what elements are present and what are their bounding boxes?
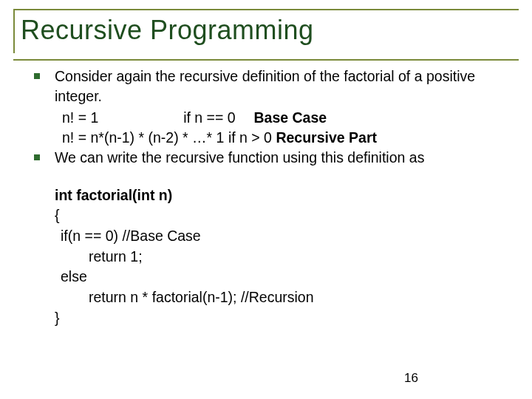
code-fragment: if n == 0 bbox=[183, 109, 235, 126]
code-line: else bbox=[55, 267, 511, 287]
square-bullet-icon bbox=[34, 154, 40, 160]
content-area: Consider again the recursive definition … bbox=[13, 61, 519, 328]
code-line: if(n == 0) //Base Case bbox=[55, 226, 511, 247]
code-block: int factorial(int n) { if(n == 0) //Base… bbox=[34, 185, 511, 329]
page-number: 16 bbox=[404, 371, 418, 386]
code-line: { bbox=[55, 205, 511, 226]
code-line: return n * factorial(n-1); //Recursion bbox=[55, 287, 511, 308]
bullet-item: Consider again the recursive definition … bbox=[34, 66, 511, 106]
code-fragment: n! = n*(n-1) * (n-2) * …* 1 if n > 0 bbox=[62, 129, 276, 146]
slide-title: Recursive Programming bbox=[21, 15, 519, 46]
code-fragment: n! = 1 bbox=[62, 109, 98, 126]
label-recursive-part: Recursive Part bbox=[276, 129, 377, 146]
bullet-item: We can write the recursive function usin… bbox=[34, 148, 511, 168]
title-block: Recursive Programming bbox=[13, 9, 519, 53]
square-bullet-icon bbox=[34, 73, 40, 79]
bullet-text: Consider again the recursive definition … bbox=[55, 66, 511, 106]
code-line: return 1; bbox=[55, 247, 511, 267]
label-base-case: Base Case bbox=[254, 109, 327, 126]
sub-line: n! = n*(n-1) * (n-2) * …* 1 if n > 0 Rec… bbox=[34, 128, 511, 148]
sub-line: n! = 1 if n == 0 Base Case bbox=[34, 108, 511, 128]
bullet-text: We can write the recursive function usin… bbox=[55, 148, 511, 168]
slide: Recursive Programming Consider again the… bbox=[0, 0, 532, 399]
code-line: } bbox=[55, 308, 511, 329]
code-line: int factorial(int n) bbox=[55, 185, 511, 206]
